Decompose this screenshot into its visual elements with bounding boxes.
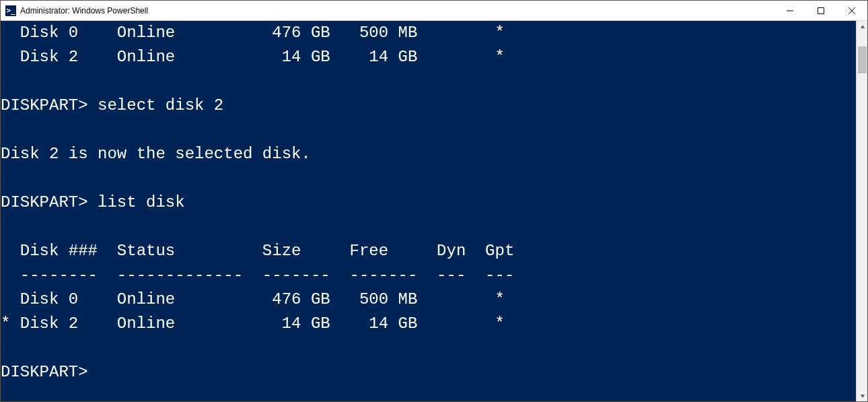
svg-marker-4 bbox=[861, 25, 865, 28]
powershell-icon: >_ bbox=[5, 5, 16, 16]
vertical-scrollbar[interactable] bbox=[856, 21, 867, 401]
svg-rect-1 bbox=[818, 7, 824, 13]
svg-marker-5 bbox=[861, 395, 865, 398]
scroll-up-arrow[interactable] bbox=[857, 21, 868, 32]
terminal-output[interactable]: Disk 0 Online 476 GB 500 MB * Disk 2 Onl… bbox=[1, 21, 856, 401]
close-button[interactable] bbox=[836, 1, 867, 21]
window-title: Administrator: Windows PowerShell bbox=[20, 6, 148, 15]
minimize-button[interactable] bbox=[774, 1, 805, 21]
maximize-button[interactable] bbox=[805, 1, 836, 21]
scroll-thumb[interactable] bbox=[858, 46, 867, 73]
titlebar[interactable]: >_ Administrator: Windows PowerShell bbox=[1, 1, 867, 21]
scroll-down-arrow[interactable] bbox=[857, 390, 868, 401]
